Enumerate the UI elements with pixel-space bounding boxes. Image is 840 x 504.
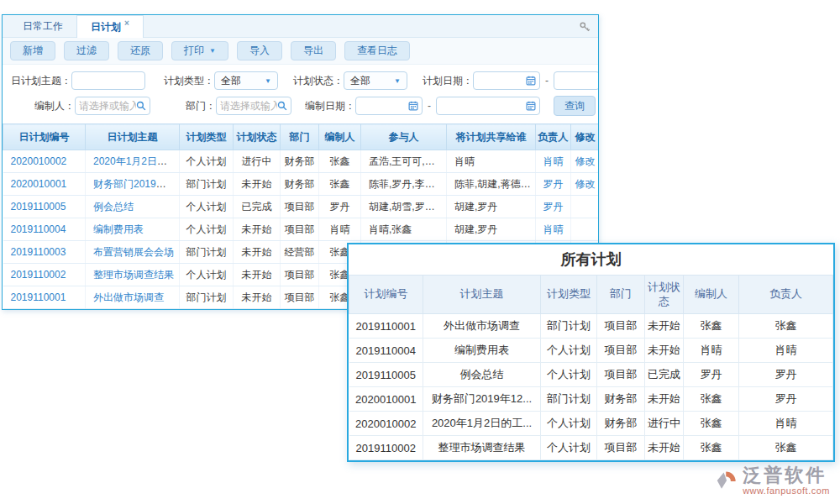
owner-link[interactable]: 罗丹: [543, 178, 564, 190]
cell-creator: 罗丹: [684, 363, 739, 387]
creator-input-box: [75, 97, 150, 115]
cell-participants: 陈菲,罗丹,李若若,罗...: [361, 173, 447, 196]
plan-id-link[interactable]: 2020010001: [11, 178, 67, 190]
filter-button[interactable]: 过滤: [64, 41, 109, 60]
chevron-down-icon: ▼: [209, 47, 216, 55]
table-row[interactable]: 2020010001 财务部门2019年12月的... 部门计划 未开始 财务部…: [3, 173, 600, 196]
cell-creator: 张鑫: [684, 387, 739, 412]
col-subject: 计划主题: [423, 276, 541, 314]
plan-id-link[interactable]: 2020010002: [11, 155, 67, 167]
cell-type: 个人计划: [180, 196, 234, 218]
view-log-button[interactable]: 查看日志: [344, 41, 410, 60]
filter-row-1: 日计划主题： 计划类型： 全部 ▼ 计划状态： 全部 ▼ 计划日期：: [3, 68, 598, 93]
tab-daily-work[interactable]: 日常工作: [9, 15, 76, 37]
date-range-separator: -: [428, 100, 431, 112]
tab-daily-plan[interactable]: 日计划 ×: [76, 15, 144, 38]
calendar-icon[interactable]: [408, 101, 418, 111]
table-row: 2020010001 财务部门2019年12... 部门计划 财务部 未开始 张…: [349, 387, 833, 412]
type-select-value: 全部: [221, 74, 241, 88]
key-icon[interactable]: [579, 21, 591, 33]
cell-creator: 罗丹: [319, 196, 361, 218]
type-select[interactable]: 全部 ▼: [214, 71, 278, 90]
export-button[interactable]: 导出: [291, 41, 336, 60]
plan-date-from-input[interactable]: [477, 75, 526, 87]
query-button[interactable]: 查询: [554, 96, 596, 116]
cell-edit: 修改: [571, 173, 600, 196]
col-dept: 部门: [281, 124, 319, 150]
cell-subject: 编制费用表: [86, 218, 180, 241]
plan-id-link[interactable]: 2019110002: [11, 269, 66, 281]
subject-link[interactable]: 例会总结: [93, 201, 134, 213]
plan-id-link[interactable]: 2019110003: [11, 246, 66, 258]
status-select[interactable]: 全部 ▼: [344, 71, 407, 90]
cell-type: 个人计划: [541, 363, 597, 387]
cell-edit: 修改: [571, 150, 600, 173]
cell-dept: 项目部: [281, 286, 319, 309]
created-date-to-input[interactable]: [440, 100, 526, 112]
chevron-down-icon: ▼: [394, 77, 401, 85]
cell-dept: 项目部: [597, 436, 645, 460]
col-plan-id: 计划编号: [349, 276, 423, 314]
add-button[interactable]: 新增: [10, 41, 55, 60]
cell-participants: 孟浩,王可可,肖晴,张鑫: [361, 150, 447, 173]
col-owner: 负责人: [739, 276, 833, 314]
created-date-from-input[interactable]: [360, 100, 408, 112]
cell-dept: 项目部: [281, 218, 319, 241]
table-row[interactable]: 2020010002 2020年1月2日的工作日... 个人计划 进行中 财务部…: [3, 150, 600, 173]
subject-link[interactable]: 编制费用表: [93, 223, 144, 235]
subject-label: 日计划主题：: [11, 74, 71, 88]
cell-creator: 张鑫: [684, 436, 739, 460]
plan-id-link[interactable]: 2019110004: [11, 223, 66, 235]
subject-link[interactable]: 外出做市场调查: [93, 291, 164, 303]
print-button[interactable]: 打印 ▼: [171, 41, 228, 60]
chevron-down-icon: ▼: [265, 77, 271, 85]
plan-id-link[interactable]: 2019110005: [11, 201, 66, 213]
col-creator: 编制人: [319, 124, 361, 150]
edit-link[interactable]: 修改: [575, 155, 596, 167]
dept-input[interactable]: [220, 100, 277, 112]
cell-plan-id: 2019110002: [349, 436, 423, 460]
subject-link[interactable]: 2020年1月2日的工作日...: [93, 155, 180, 167]
col-type: 计划类型: [541, 276, 597, 314]
owner-link[interactable]: 肖晴: [543, 223, 564, 235]
cell-owner: 肖晴: [739, 412, 833, 436]
cell-plan-id: 2019110005: [3, 196, 86, 218]
plan-date-to-input[interactable]: [558, 75, 596, 87]
cell-type: 部门计划: [541, 314, 597, 339]
created-date-to-box: [436, 97, 540, 115]
table-row: 2019110005 例会总结 个人计划 项目部 已完成 罗丹 罗丹: [349, 363, 833, 387]
subject-link[interactable]: 整理市场调查结果: [93, 269, 174, 281]
table-row[interactable]: 2019110004 编制费用表 个人计划 未开始 项目部 肖晴 肖晴,张鑫 胡…: [3, 218, 600, 241]
plan-id-link[interactable]: 2019110001: [11, 291, 66, 303]
cell-plan-id: 2019110005: [349, 363, 423, 387]
created-date-label: 编制日期：: [305, 99, 355, 113]
search-icon[interactable]: [277, 101, 287, 111]
table-row[interactable]: 2019110005 例会总结 个人计划 已完成 项目部 罗丹 胡建,胡雪,罗丹…: [3, 196, 600, 218]
subject-link[interactable]: 布置营销展会会场: [93, 246, 174, 258]
import-button[interactable]: 导入: [237, 41, 282, 60]
creator-input[interactable]: [79, 100, 136, 112]
calendar-icon[interactable]: [526, 76, 536, 86]
edit-link[interactable]: 修改: [575, 178, 596, 190]
cell-owner: 张鑫: [739, 314, 833, 339]
cell-edit: [571, 196, 600, 218]
cell-owner: 罗丹: [739, 387, 833, 412]
owner-link[interactable]: 肖晴: [543, 155, 564, 167]
cell-plan-id: 2020010001: [3, 173, 86, 196]
col-status: 计划状态: [645, 276, 684, 314]
subject-input[interactable]: [76, 75, 141, 87]
cell-participants: 胡建,胡雪,罗丹,任晓...: [361, 196, 447, 218]
tab-close-icon[interactable]: ×: [124, 18, 129, 28]
cell-subject: 外出做市场调查: [86, 286, 180, 309]
restore-button[interactable]: 还原: [118, 41, 163, 60]
tab-daily-plan-label: 日计划: [91, 20, 121, 34]
owner-link[interactable]: 罗丹: [543, 201, 564, 213]
cell-shared-with: 胡建,罗丹: [447, 218, 536, 241]
subject-link[interactable]: 财务部门2019年12月的...: [93, 178, 180, 190]
table-header-row: 日计划编号 日计划主题 计划类型 计划状态 部门 编制人 参与人 将计划共享给谁…: [3, 124, 600, 150]
search-icon[interactable]: [136, 101, 146, 111]
calendar-icon[interactable]: [526, 101, 536, 111]
cell-status: 进行中: [645, 412, 684, 436]
cell-type: 部门计划: [180, 286, 234, 309]
col-participants: 参与人: [361, 124, 447, 150]
